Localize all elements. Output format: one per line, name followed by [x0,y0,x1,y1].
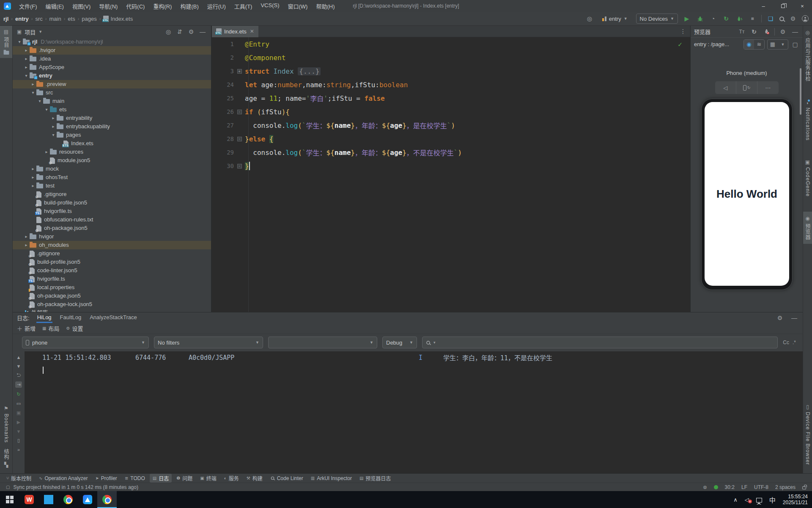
tree-item-hvigorfile.ts[interactable]: TShvigorfile.ts [13,275,211,283]
taskbar-wps-icon[interactable]: W [19,491,39,508]
expand-arrow-icon[interactable]: ▸ [50,122,57,131]
close-tab-icon[interactable]: ✕ [250,28,254,34]
expand-arrow-icon[interactable]: ▸ [23,46,30,55]
expand-arrow-icon[interactable]: ▾ [36,97,43,105]
device-icon[interactable]: ▯ [17,438,20,443]
log-settings-button[interactable]: ⚙设置 [66,324,83,332]
tool-tab-notifications[interactable]: ◗ Notifications [803,97,812,144]
editor-options-icon[interactable]: ⋮ [676,28,690,35]
toolbar-item-problems[interactable]: ❶问题 [173,474,195,483]
expand-arrow-icon[interactable]: ▸ [16,309,23,312]
more-options-button[interactable]: ⋯ [757,81,778,94]
tool-tab-project[interactable]: ▤ 项目 [0,26,12,58]
tree-item-Index.ets[interactable]: ETSIndex.ets [13,139,211,148]
expand-arrow-icon[interactable]: ▸ [30,182,36,190]
log-search-field[interactable]: ▾ [422,337,778,348]
rerun-button[interactable]: ↻ [722,14,730,23]
expand-arrow-icon[interactable]: ▸ [43,148,50,156]
expand-arrow-icon[interactable]: ▸ [23,241,30,249]
menu-help[interactable]: 帮助(H) [312,0,338,12]
fold-marker-icon[interactable]: - [237,137,242,141]
code-line-25[interactable]: 25age = 11; name='李白';ifStu = false [212,91,690,105]
module-selector[interactable]: entry ▼ [598,14,631,24]
frame-bounds-icon[interactable]: ▢ [791,40,799,49]
tool-tab-device-file-browser[interactable]: ▯ Device File Browser [803,400,812,469]
preview-scrollbar[interactable] [800,68,801,115]
taskbar-vscode-icon[interactable] [39,491,58,508]
tree-item-entrybackupability[interactable]: ▸entrybackupability [13,122,211,131]
volume-muted-icon[interactable]: ◁ [745,497,749,503]
hide-panel-icon[interactable]: — [198,28,207,36]
regex-toggle[interactable]: .* [793,340,796,345]
menu-window[interactable]: 窗口(W) [284,0,312,12]
menu-refactor[interactable]: 重构(R) [149,0,176,12]
line-number[interactable]: 3 [212,68,234,75]
tab-analyzestacktrace[interactable]: AnalyzeStackTrace [89,312,138,323]
tree-item-entry[interactable]: ▾entry [13,72,211,80]
locate-file-icon[interactable]: ◎ [164,28,173,36]
menu-edit[interactable]: 编辑(E) [42,0,68,12]
panel-options-gear-icon[interactable]: ⚙ [187,28,195,36]
toolbar-item-arkui-inspector[interactable]: ▥ArkUI Inspector [308,475,355,482]
taskbar-chrome-icon[interactable] [58,491,78,508]
line-number[interactable]: 29 [212,149,234,156]
expand-arrow-icon[interactable]: ▸ [30,173,36,182]
refresh-preview-icon[interactable]: ↻ [750,28,758,36]
editor-tab-index-ets[interactable]: Index.ets ✕ [212,26,258,37]
toolbar-item-services[interactable]: ◐服务 [221,474,242,483]
expand-arrow-icon[interactable]: ▾ [16,38,23,46]
device-selector[interactable]: No Devices ▼ [636,14,678,24]
expand-arrow-icon[interactable]: ▸ [30,80,36,88]
tree-item-mock[interactable]: ▸mock [13,165,211,173]
rotate-device-button[interactable]: ↻ [736,81,757,94]
tree-item-hvigorfile.ts[interactable]: TShvigorfile.ts [13,207,211,215]
tree-item-.preview[interactable]: ▸.preview [13,80,211,88]
toolbar-item-profiler[interactable]: ➤Profiler [92,475,120,482]
menu-vcs[interactable]: VCS(S) [257,0,283,12]
tree-item-.gitignore[interactable]: ⊘.gitignore [13,190,211,199]
line-number[interactable]: 1 [212,41,234,47]
breadcrumb-project[interactable]: rjl [3,16,8,22]
expand-arrow-icon[interactable]: ▸ [23,55,30,63]
breadcrumb-module[interactable]: entry [15,16,29,22]
line-number[interactable]: 26 [212,108,234,115]
toolbar-item-vcs[interactable]: ⑂版本控制 [3,474,34,483]
line-number[interactable]: 27 [212,122,234,129]
start-button[interactable] [0,491,19,508]
menu-build[interactable]: 构建(B) [176,0,202,12]
line-number[interactable]: 30 [212,163,234,169]
log-entry[interactable]: 11-21 15:51:42.803 6744-776 A0c0d0/JSAPP… [25,351,803,361]
code-line-1[interactable]: 1@Entry [212,37,690,51]
log-settings-gear-icon[interactable]: ⚙ [776,314,784,322]
layers-mode-icon[interactable]: ≋ [754,40,764,49]
expand-arrow-icon[interactable]: ▸ [50,114,57,122]
code-line-27[interactable]: 27 console.log(`学生：${name}，年龄：${age}，是在校… [212,119,690,132]
log-level-dropdown[interactable]: Debug ▼ [382,337,417,348]
menu-view[interactable]: 视图(V) [69,0,94,12]
network-icon[interactable] [756,498,762,502]
tree-item-obfuscation-rules.txt[interactable]: obfuscation-rules.txt [13,215,211,224]
tree-item-.gitignore[interactable]: ⊘.gitignore [13,249,211,258]
soft-wrap-icon[interactable]: ⮌ [16,373,21,378]
hide-previewer-icon[interactable]: — [791,28,799,36]
minimize-button[interactable]: – [754,0,773,12]
match-case-toggle[interactable]: Cc [783,340,789,345]
account-avatar[interactable] [802,15,809,22]
code-line-30[interactable]: 30-} [212,159,690,173]
expand-arrow-icon[interactable]: ▸ [30,165,36,173]
fold-marker-icon[interactable]: + [237,69,242,74]
device-connect-icon[interactable]: ◎ [585,14,594,23]
menu-navigate[interactable]: 导航(N) [95,0,121,12]
clear-log-icon[interactable]: ▭ [16,401,21,406]
line-number[interactable]: 28 [212,135,234,142]
code-line-3[interactable]: 3+struct Index {...} [212,64,690,78]
log-filter-dropdown[interactable]: No filters ▼ [154,337,263,348]
add-filter-button[interactable]: ＋新增 [17,324,36,332]
taskbar-deveco-icon[interactable] [78,491,97,508]
code-line-24[interactable]: 24let age:number,name:string,ifStu:boole… [212,78,690,91]
toolbar-item-build[interactable]: ⚒构建 [244,474,266,483]
tree-item-code-linter.json5[interactable]: ⚙code-linter.json5 [13,266,211,275]
line-number[interactable]: 24 [212,81,234,88]
more-icon[interactable]: » [17,447,20,452]
restore-button[interactable] [773,0,793,12]
